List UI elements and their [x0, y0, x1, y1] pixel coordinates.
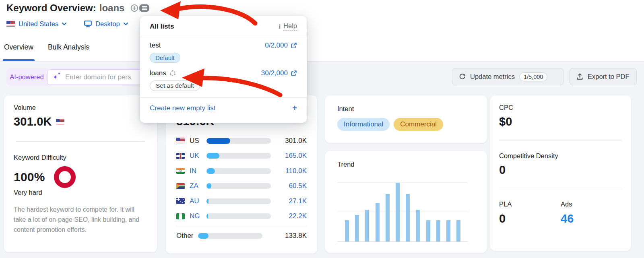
pla-block: PLA 0: [499, 200, 561, 225]
ads-block: Ads 46: [561, 200, 622, 225]
keyword-difficulty-value: 100%: [14, 170, 45, 184]
intent-badge-commercial: Commercial: [394, 118, 443, 131]
tab-bar: Overview Bulk Analysis: [4, 43, 89, 61]
uk-flag-icon: [176, 153, 185, 159]
refresh-icon: [459, 73, 466, 80]
chevron-down-icon: [124, 23, 128, 25]
keyword-list-controls[interactable]: [129, 3, 150, 13]
database-selector-label: United States: [19, 20, 58, 28]
volume-by-country-list: US301.0KUK165.0KIN110.0KZA60.5KAU27.1KNG…: [176, 133, 307, 244]
in-flag-icon: [176, 168, 185, 174]
scope-selectors: United States Desktop: [6, 20, 128, 28]
list-item[interactable]: test0/2,000 Default: [150, 41, 297, 63]
divider: [499, 140, 622, 141]
pla-label: PLA: [499, 200, 561, 208]
trend-bar: [406, 194, 410, 241]
help-label: Help: [283, 22, 297, 31]
divider: [499, 189, 622, 189]
page-title-keyword: loans: [99, 2, 125, 14]
update-metrics-label: Update metrics: [470, 73, 515, 80]
list-name: test: [150, 41, 161, 50]
country-row-us: US301.0K: [176, 133, 307, 149]
tab-overview[interactable]: Overview: [4, 43, 33, 61]
us-flag-icon: [56, 119, 64, 125]
trend-bar: [456, 220, 460, 241]
za-flag-icon: [176, 183, 185, 189]
country-code[interactable]: NG: [190, 212, 206, 220]
popup-title: All lists: [150, 23, 174, 31]
cpc-card: CPC $0 Competitive Density 0 PLA 0 Ads 4…: [490, 95, 631, 251]
intent-card: Intent InformationalCommercial: [325, 95, 487, 143]
intent-badges: InformationalCommercial: [337, 118, 475, 131]
difficulty-ring-gauge: [54, 166, 76, 188]
country-volume-value[interactable]: 22.2K: [271, 212, 307, 220]
device-selector[interactable]: Desktop: [84, 20, 128, 28]
keyword-lists: test0/2,000 Defaultloans 30/2,000 Set as…: [140, 36, 307, 91]
au-flag-icon: [176, 198, 185, 204]
page-title: Keyword Overview:loans: [6, 2, 150, 14]
add-to-list-icon[interactable]: [129, 3, 140, 13]
volume-bar-fill: [206, 198, 208, 204]
tab-bulk-analysis[interactable]: Bulk Analysis: [48, 43, 89, 61]
volume-bar-fill: [206, 213, 208, 219]
country-volume-value[interactable]: 165.0K: [271, 152, 307, 160]
country-code: US: [190, 137, 206, 145]
country-row-in: IN110.0K: [176, 163, 307, 179]
trend-bar: [416, 210, 420, 241]
update-metrics-button[interactable]: Update metrics 1/5,000: [452, 68, 564, 85]
trend-label: Trend: [337, 161, 468, 168]
country-code[interactable]: UK: [190, 152, 206, 160]
volume-label: Volume: [14, 104, 147, 111]
gridline: [337, 212, 468, 212]
volume-bar-track: [198, 233, 262, 239]
help-link[interactable]: i Help: [279, 22, 297, 31]
list-count-link[interactable]: 30/2,000: [261, 69, 297, 77]
database-selector[interactable]: United States: [6, 20, 66, 28]
divider: [16, 141, 145, 142]
page-title-text: Keyword Overview:: [6, 2, 96, 14]
ads-value[interactable]: 46: [561, 212, 622, 225]
trend-bar: [355, 215, 359, 241]
external-link-icon: [291, 70, 297, 76]
trend-bar: [365, 210, 369, 241]
set-as-default-button[interactable]: Set as default: [150, 80, 200, 91]
gridline: [337, 182, 468, 183]
volume-bar-fill: [198, 233, 208, 239]
list-item[interactable]: loans 30/2,000 Set as default: [150, 69, 297, 91]
cpc-value: $0: [499, 115, 622, 128]
update-quota-pill: 1/5,000: [519, 72, 547, 81]
country-row-other: Other133.8K: [176, 228, 307, 244]
intent-label: Intent: [337, 105, 475, 113]
export-to-pdf-button[interactable]: Export to PDF: [570, 68, 637, 85]
ads-label: Ads: [561, 200, 622, 208]
volume-bar-track: [206, 153, 271, 159]
create-new-list-label: Create new empty list: [150, 104, 215, 112]
country-volume-value[interactable]: 110.0K: [271, 167, 307, 175]
trend-bar: [426, 220, 430, 241]
difficulty-level: Very hard: [14, 189, 147, 196]
country-row-au: AU27.1K: [176, 194, 307, 209]
volume-bar-track: [206, 138, 271, 144]
trend-bar: [345, 220, 349, 241]
keyword-overview-page: Keyword Overview:loans United States Des…: [0, 0, 644, 258]
plus-icon: +: [292, 103, 297, 113]
keyword-list-icon[interactable]: [139, 3, 150, 13]
create-new-list-button[interactable]: Create new empty list +: [140, 97, 307, 118]
device-selector-label: Desktop: [95, 20, 120, 28]
desktop-icon: [84, 21, 92, 27]
volume-bar-fill: [206, 183, 211, 189]
trend-card: Trend: [325, 151, 487, 253]
sparkles-icon: ✦✦: [53, 74, 61, 81]
country-code[interactable]: IN: [190, 167, 206, 175]
trend-bar: [446, 220, 450, 241]
volume-card: Volume 301.0K Keyword Difficulty 100% Ve…: [4, 95, 157, 252]
spinner-icon: [169, 70, 176, 76]
list-count-link[interactable]: 0/2,000: [265, 41, 297, 50]
info-icon: i: [279, 23, 281, 30]
country-code[interactable]: ZA: [190, 182, 206, 190]
volume-value: 301.0K: [14, 115, 52, 128]
country-code[interactable]: AU: [190, 197, 206, 205]
country-volume-value[interactable]: 27.1K: [271, 197, 307, 205]
country-volume-value[interactable]: 60.5K: [271, 182, 307, 190]
ng-flag-icon: [176, 213, 185, 219]
